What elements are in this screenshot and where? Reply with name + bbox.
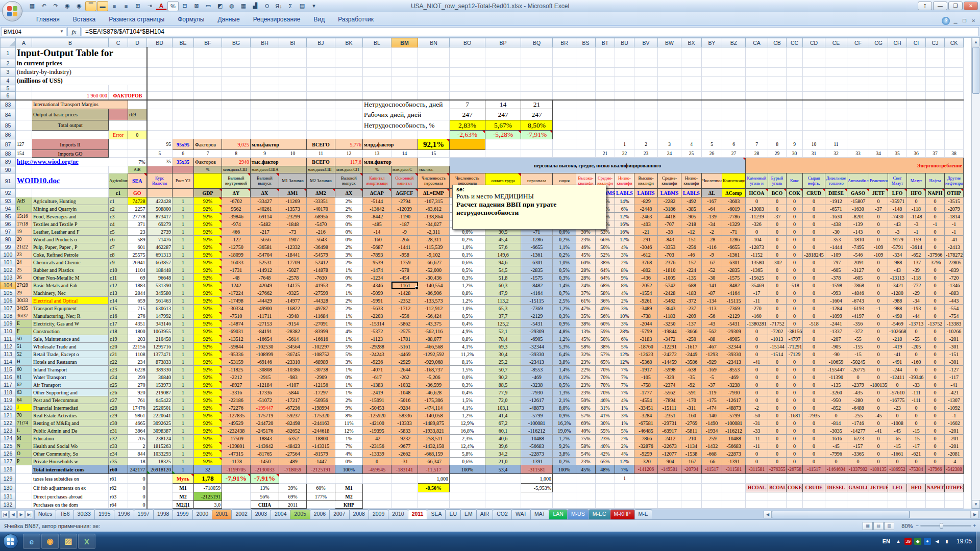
cell-CC93[interactable]: 0 bbox=[787, 197, 803, 205]
cell-CJ102[interactable]: 0 bbox=[926, 266, 945, 274]
cell-BP124[interactable]: 40,6 bbox=[485, 435, 521, 442]
cell-BW107[interactable]: -3643 bbox=[658, 305, 681, 312]
cell-CJ95[interactable]: 0 bbox=[926, 213, 945, 220]
column-header-CK[interactable]: CK bbox=[945, 38, 964, 47]
cell-BV115[interactable]: -1917 bbox=[634, 366, 658, 373]
cell-BR111[interactable]: 1,2% bbox=[553, 335, 576, 343]
cell-BL91[interactable]: Капитал амортизаци bbox=[363, 173, 391, 189]
cell-BY118[interactable]: -119 bbox=[702, 389, 722, 396]
cell-BK126[interactable]: 4% bbox=[335, 450, 363, 458]
cell-BU130[interactable] bbox=[615, 484, 634, 492]
cell-CK132[interactable] bbox=[945, 501, 964, 509]
cell-BX130[interactable] bbox=[681, 484, 702, 492]
cell-BU115[interactable]: 7% bbox=[615, 366, 634, 373]
cell-BH94[interactable]: -40261 bbox=[251, 205, 279, 213]
cell-BY111[interactable]: -88 bbox=[702, 335, 722, 343]
cell-BO117[interactable]: 0,3% bbox=[450, 381, 485, 389]
cell-CI116[interactable]: -39346 bbox=[907, 373, 926, 381]
cell-BZ126[interactable]: -22873 bbox=[722, 450, 746, 458]
cell-CA4[interactable] bbox=[746, 77, 768, 85]
cell-CD122[interactable]: 0 bbox=[803, 419, 825, 427]
cell-CA5[interactable] bbox=[746, 85, 768, 92]
cell-BZ119[interactable]: -12617 bbox=[722, 396, 746, 404]
cell-BD102[interactable]: 188448 bbox=[147, 266, 173, 274]
cell-CG91[interactable]: Реактивное bbox=[869, 173, 888, 189]
row-header-101[interactable]: 101 bbox=[1, 259, 16, 266]
cell-BI93[interactable]: -11269 bbox=[279, 197, 307, 205]
cell-BG120[interactable]: -72276 bbox=[222, 404, 251, 412]
cell-CH1[interactable] bbox=[888, 47, 907, 59]
cell-BI121[interactable]: -59237 bbox=[279, 412, 307, 419]
cell-BL4[interactable] bbox=[363, 77, 391, 85]
cell-BS109[interactable]: 38% bbox=[576, 320, 596, 328]
cell-BU95[interactable]: 12% bbox=[615, 213, 634, 220]
cell-BP116[interactable]: 90,2 bbox=[485, 373, 521, 381]
sheet-tab-2002[interactable]: 2002 bbox=[231, 509, 251, 519]
cell-BU105[interactable]: 4% bbox=[615, 289, 634, 297]
cell-BZ91[interactable]: Компенсация bbox=[722, 173, 746, 189]
cell-B127[interactable]: Private Households w bbox=[32, 458, 109, 465]
row-header-106[interactable]: 106 bbox=[1, 297, 16, 305]
cell-CH100[interactable]: -334 bbox=[888, 251, 907, 259]
sheet-tab-1998[interactable]: 1998 bbox=[153, 509, 173, 519]
cell-BT128[interactable]: 48% bbox=[596, 465, 615, 474]
cell-BK127[interactable]: 0% bbox=[335, 458, 363, 465]
cell-BR115[interactable]: 1,4% bbox=[553, 366, 576, 373]
cell-BK119[interactable]: 2% bbox=[335, 396, 363, 404]
cell-BM125[interactable]: -9677 bbox=[391, 442, 418, 450]
cell-BT116[interactable]: 70% bbox=[596, 373, 615, 381]
cell-BS83[interactable] bbox=[576, 100, 596, 109]
cell-CE119[interactable]: -950 bbox=[825, 396, 847, 404]
cell-BF4[interactable] bbox=[194, 77, 222, 85]
update-icon[interactable]: ● bbox=[924, 538, 931, 545]
insert-cells-icon[interactable]: ⊟ bbox=[179, 1, 190, 11]
cell-CK95[interactable]: -1814 bbox=[945, 213, 964, 220]
cell-BR85[interactable] bbox=[553, 120, 576, 131]
cell-BD91[interactable]: Курс Валюты bbox=[147, 173, 173, 189]
cell-BZ131[interactable] bbox=[722, 492, 746, 501]
cell-BI2[interactable] bbox=[279, 59, 307, 68]
sheet-nav-icon-0[interactable]: |◀ bbox=[1, 511, 9, 518]
cell-A83[interactable] bbox=[16, 100, 32, 109]
cell-CB95[interactable]: -37 bbox=[768, 213, 787, 220]
cell-CH110[interactable]: -102668 bbox=[888, 328, 907, 335]
cell-BV122[interactable]: -67581 bbox=[634, 419, 658, 427]
cell-B108[interactable]: Manufacturing, Nec; R bbox=[32, 312, 109, 320]
cell-CD99[interactable]: 0 bbox=[803, 243, 825, 251]
sheet-nav-icon-1[interactable]: ◀ bbox=[9, 511, 17, 518]
row-header-127[interactable]: 127 bbox=[1, 458, 16, 465]
cell-BD124[interactable]: 238124 bbox=[147, 435, 173, 442]
cell-BE125[interactable]: 1 bbox=[173, 442, 194, 450]
cell-CJ113[interactable]: 0 bbox=[926, 350, 945, 358]
cell-C131[interactable]: r63 bbox=[109, 492, 128, 501]
cell-BM116[interactable]: -262 bbox=[391, 373, 418, 381]
cell-BZ106[interactable]: -15115 bbox=[722, 297, 746, 305]
cell-BW92[interactable]: LABMS bbox=[658, 189, 681, 197]
cell-B126[interactable]: Other Community, So bbox=[32, 450, 109, 458]
merge-center-icon[interactable]: ⇥ bbox=[144, 1, 155, 11]
cell-BU88[interactable]: 22 bbox=[615, 150, 634, 158]
cell-D124[interactable]: 705 bbox=[128, 435, 147, 442]
cell-BE121[interactable]: 1 bbox=[173, 412, 194, 419]
cell-BQ102[interactable]: -2835 bbox=[521, 266, 553, 274]
cell-BH89[interactable]: тыс.фактор bbox=[251, 158, 307, 166]
cell-BR6[interactable] bbox=[553, 92, 576, 100]
cell-BG123[interactable]: -232438 bbox=[222, 427, 251, 435]
sheet-tab-M-EC[interactable]: M-EC bbox=[589, 509, 610, 519]
cell-BY91[interactable]: Численность bbox=[702, 173, 722, 189]
cell-BQ99[interactable]: -6655 bbox=[521, 243, 553, 251]
cell-BD120[interactable]: 2520501 bbox=[147, 404, 173, 412]
cell-BX119[interactable]: -170 bbox=[681, 396, 702, 404]
cell-CF2[interactable] bbox=[847, 59, 869, 68]
cell-BG113[interactable]: -95336 bbox=[222, 350, 251, 358]
column-header-BV[interactable]: BV bbox=[634, 38, 658, 47]
cell-B129[interactable]: taxes less subsidies on bbox=[32, 474, 109, 484]
cell-BI86[interactable] bbox=[279, 131, 307, 139]
cell-BM120[interactable]: -9284 bbox=[391, 404, 418, 412]
cell-B117[interactable]: Air Transport bbox=[32, 381, 109, 389]
cell-CF132[interactable] bbox=[847, 501, 869, 509]
cell-BL83[interactable]: Нетрудоспособность, дней bbox=[363, 100, 450, 109]
cell-BW119[interactable]: -7894 bbox=[658, 396, 681, 404]
cell-CH2[interactable] bbox=[888, 59, 907, 68]
cell-D129[interactable]: 0 bbox=[128, 474, 147, 484]
